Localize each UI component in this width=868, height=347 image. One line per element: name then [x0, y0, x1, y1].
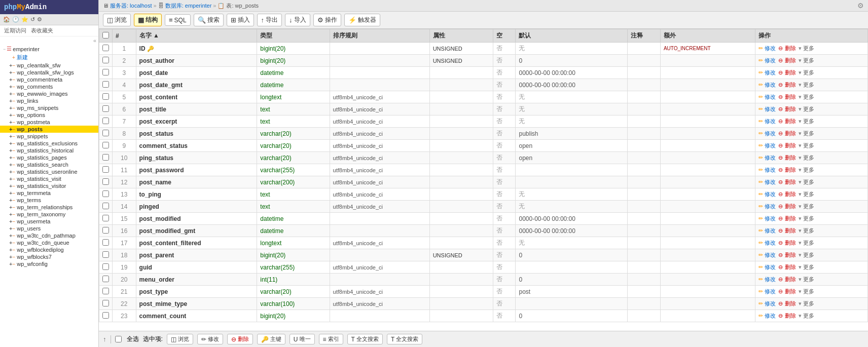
bottom-fulltext-btn[interactable]: T 全文搜索 [347, 334, 383, 344]
row-cb-18[interactable] [102, 263, 109, 270]
action-more-1[interactable]: 更多 [803, 57, 814, 63]
gear-icon-top[interactable]: ⚙ [857, 2, 864, 10]
collapse-btn[interactable]: « [93, 37, 96, 44]
action-edit-2[interactable]: 修改 [765, 69, 776, 75]
table-item-wp_term_relationships[interactable]: +−wp_term_relationships [0, 204, 98, 211]
row-cb-13[interactable] [102, 203, 109, 209]
action-edit-8[interactable]: 修改 [765, 142, 776, 148]
breadcrumb-server[interactable]: 服务器: localhost [110, 2, 152, 10]
table-item-wp_users[interactable]: +−wp_users [0, 225, 98, 232]
table-item-wp_statistics_useronline[interactable]: +−wp_statistics_useronline [0, 168, 98, 175]
settings-icon[interactable]: ⚙ [37, 16, 42, 23]
bottom-index-btn[interactable]: ≡ 索引 [319, 334, 343, 344]
action-del-21[interactable]: 删除 [785, 300, 796, 306]
bottom-fulltext2-btn[interactable]: T 全文搜索 [387, 334, 422, 344]
table-item-wp_statistics_visit[interactable]: +−wp_statistics_visit [0, 175, 98, 182]
row-cb-17[interactable] [102, 251, 109, 258]
action-del-8[interactable]: 删除 [785, 142, 796, 148]
tab-insert[interactable]: ⊞ 插入 [227, 14, 254, 26]
action-del-16[interactable]: 删除 [785, 240, 796, 246]
refresh-icon[interactable]: ↺ [30, 16, 35, 23]
row-cb-9[interactable] [102, 154, 109, 161]
row-cb-0[interactable] [102, 45, 109, 51]
breadcrumb-db[interactable]: 数据库: emperinter [165, 2, 212, 10]
row-cb-12[interactable] [102, 190, 109, 197]
row-cb-5[interactable] [102, 105, 109, 112]
action-more-9[interactable]: 更多 [803, 155, 814, 161]
row-cb-2[interactable] [102, 69, 109, 75]
action-del-18[interactable]: 删除 [785, 264, 796, 270]
action-del-2[interactable]: 删除 [785, 69, 796, 75]
action-more-15[interactable]: 更多 [803, 227, 814, 234]
action-del-13[interactable]: 删除 [785, 203, 796, 209]
action-del-5[interactable]: 删除 [785, 106, 796, 112]
action-edit-20[interactable]: 修改 [765, 288, 776, 294]
action-edit-11[interactable]: 修改 [765, 179, 776, 185]
action-more-3[interactable]: 更多 [803, 82, 814, 88]
action-del-10[interactable]: 删除 [785, 167, 796, 173]
action-more-19[interactable]: 更多 [803, 276, 814, 282]
tab-sql[interactable]: ≡ SQL [165, 14, 191, 26]
action-del-7[interactable]: 删除 [785, 130, 796, 136]
table-item-wp_commentmeta[interactable]: +−wp_commentmeta [0, 76, 98, 83]
row-cb-19[interactable] [102, 276, 109, 282]
action-edit-3[interactable]: 修改 [765, 82, 776, 88]
table-item-wp_statistics_search[interactable]: +−wp_statistics_search [0, 161, 98, 168]
select-all-header-cb[interactable] [102, 32, 109, 38]
row-cb-22[interactable] [102, 312, 109, 319]
action-edit-5[interactable]: 修改 [765, 106, 776, 112]
row-cb-3[interactable] [102, 81, 109, 88]
table-item-wp_cleantalk_sfw[interactable]: +−wp_cleantalk_sfw [0, 62, 98, 69]
row-cb-14[interactable] [102, 215, 109, 221]
action-edit-9[interactable]: 修改 [765, 155, 776, 161]
table-item-wp_cleantalk_sfw_logs[interactable]: +−wp_cleantalk_sfw_logs [0, 69, 98, 76]
action-del-14[interactable]: 删除 [785, 215, 796, 221]
row-cb-1[interactable] [102, 57, 109, 63]
table-item-wp_posts[interactable]: +−wp_posts [0, 126, 98, 133]
action-edit-4[interactable]: 修改 [765, 94, 776, 100]
action-more-22[interactable]: 更多 [803, 313, 814, 319]
action-del-19[interactable]: 删除 [785, 276, 796, 282]
table-item-wp_w3tc_cdn_pathmap[interactable]: +−wp_w3tc_cdn_pathmap [0, 232, 98, 239]
tab-triggers[interactable]: ⚡ 触发器 [344, 14, 380, 26]
action-del-9[interactable]: 删除 [785, 155, 796, 161]
action-edit-10[interactable]: 修改 [765, 167, 776, 173]
action-more-14[interactable]: 更多 [803, 215, 814, 221]
action-edit-19[interactable]: 修改 [765, 276, 776, 282]
tab-search[interactable]: 🔍 搜索 [194, 14, 224, 26]
action-more-17[interactable]: 更多 [803, 252, 814, 258]
home-icon[interactable]: 🏠 [3, 16, 10, 23]
row-cb-7[interactable] [102, 130, 109, 136]
action-more-16[interactable]: 更多 [803, 240, 814, 246]
row-cb-4[interactable] [102, 93, 109, 100]
table-item-wp_ewwwio_images[interactable]: +−wp_ewwwio_images [0, 90, 98, 97]
row-cb-11[interactable] [102, 178, 109, 185]
action-edit-18[interactable]: 修改 [765, 264, 776, 270]
table-item-wp_statistics_exclusions[interactable]: +−wp_statistics_exclusions [0, 140, 98, 147]
action-more-2[interactable]: 更多 [803, 69, 814, 75]
table-item-wp_links[interactable]: +−wp_links [0, 97, 98, 104]
tab-browse[interactable]: ◫ 浏览 [103, 14, 131, 26]
action-more-12[interactable]: 更多 [803, 191, 814, 197]
action-more-0[interactable]: 更多 [803, 45, 814, 51]
action-edit-22[interactable]: 修改 [765, 313, 776, 319]
action-more-11[interactable]: 更多 [803, 179, 814, 185]
action-edit-17[interactable]: 修改 [765, 252, 776, 258]
action-del-6[interactable]: 删除 [785, 118, 796, 124]
action-more-20[interactable]: 更多 [803, 288, 814, 294]
action-edit-13[interactable]: 修改 [765, 203, 776, 209]
action-edit-7[interactable]: 修改 [765, 130, 776, 136]
bottom-browse-btn[interactable]: ◫ 浏览 [167, 334, 193, 344]
action-edit-21[interactable]: 修改 [765, 300, 776, 306]
table-item-wp_comments[interactable]: +−wp_comments [0, 83, 98, 90]
bottom-edit-btn[interactable]: ✏ 修改 [197, 334, 223, 344]
action-more-7[interactable]: 更多 [803, 130, 814, 136]
action-more-18[interactable]: 更多 [803, 264, 814, 270]
row-cb-10[interactable] [102, 166, 109, 173]
action-edit-15[interactable]: 修改 [765, 227, 776, 234]
tab-operations[interactable]: ⚙ 操作 [313, 14, 341, 26]
tab-export[interactable]: ↑ 导出 [257, 14, 282, 26]
bottom-delete-btn[interactable]: ⊖ 删除 [227, 334, 253, 344]
table-item-wp_wfconfig[interactable]: +−wp_wfconfig [0, 260, 98, 267]
row-cb-15[interactable] [102, 227, 109, 234]
